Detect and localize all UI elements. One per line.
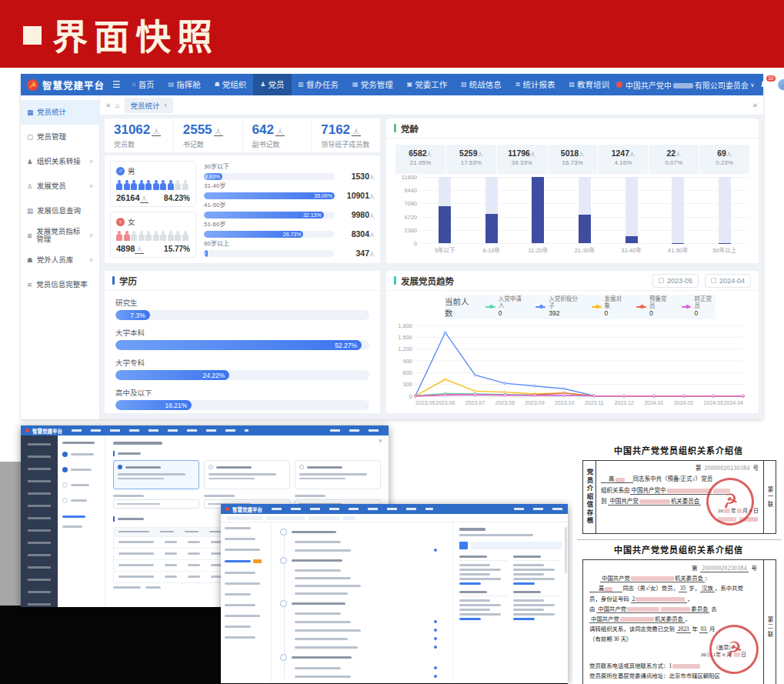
nav-item-8[interactable]: ≣统计报表 — [509, 74, 562, 95]
nav-item-2[interactable]: ☗党组织 — [208, 74, 254, 95]
education-bar-row: 大学本科52.27% — [115, 327, 369, 350]
top-navbar: ☭ 智慧党建平台 ☰ ⌂首页▤指挥舱☗党组织♟党员▥督办任务▦党务管理▣党委工作… — [21, 74, 763, 95]
person-icon — [182, 180, 188, 190]
mini-logo: 智慧党建平台 — [32, 427, 62, 435]
chevron-down-icon: ∨ — [89, 158, 93, 165]
stat-value: 2555人 — [183, 122, 233, 138]
svg-text:2023.08: 2023.08 — [495, 400, 515, 405]
party-age-percent: 17.53% — [446, 159, 496, 166]
nav-item-label: 党员 — [269, 74, 285, 95]
legend-series-value: 0 — [605, 310, 626, 318]
sidebar-item-7[interactable]: ≋党员信息完整率 — [21, 272, 99, 297]
mini-input-field — [113, 495, 199, 509]
nav-item-9[interactable]: ▨教育培训 — [562, 74, 616, 95]
person-icon — [131, 180, 137, 190]
svg-text:2023.09: 2023.09 — [525, 400, 544, 405]
legend-item: 入党申请人0 — [485, 296, 525, 317]
sidebar-item-icon: ♙ — [27, 182, 33, 190]
party-age-percent: 4.16% — [598, 159, 648, 166]
party-age-bar — [608, 177, 655, 243]
bar-fill — [719, 243, 731, 244]
party-age-card: 党龄 6582人21.95%5259人17.53%11796人39.33%501… — [386, 118, 759, 263]
mini-sidebar-item — [225, 549, 267, 551]
age-percent-label: 35.09% — [314, 193, 335, 199]
mini-step — [62, 452, 100, 457]
svg-text:2024.02: 2024.02 — [674, 400, 693, 405]
sidebar-item-1[interactable]: ▢党员管理 — [21, 125, 99, 149]
mini-scrollbar — [565, 527, 567, 573]
svg-text:2023.10: 2023.10 — [555, 400, 574, 405]
education-percent-label: 52.27% — [335, 342, 362, 349]
nav-item-0[interactable]: ⌂首页 — [125, 74, 162, 95]
avatar[interactable] — [778, 79, 784, 90]
expand-icon[interactable]: » — [752, 101, 757, 109]
sidebar-item-6[interactable]: ☗党外人员库∨ — [21, 248, 99, 272]
collapse-icon[interactable]: « — [106, 101, 111, 109]
legend-title: 当前人数 — [445, 295, 475, 319]
mini-step — [62, 498, 100, 503]
mini-node-circle — [280, 600, 287, 607]
education-bar-chart: 研究生7.3%大学本科52.27%大学专科24.22%高中及以下16.21% — [105, 291, 380, 413]
bell-icon[interactable]: 10 — [759, 79, 770, 90]
chevron-down-icon: ∨ — [89, 183, 93, 189]
person-icon — [160, 231, 166, 241]
mini-close-icon: × — [379, 437, 382, 445]
legend-marker — [535, 306, 545, 308]
nav-item-5[interactable]: ▦党务管理 — [345, 74, 400, 95]
education-category-label: 研究生 — [115, 297, 369, 308]
party-age-count: 1247人 — [598, 148, 648, 158]
mini-right-bars — [330, 429, 384, 432]
male-count: 26164人 — [116, 193, 148, 202]
nav-item-icon: ☗ — [215, 74, 220, 95]
org-selector[interactable]: 中国共产党中有限公司委员会 — [626, 79, 749, 91]
nav-item-4[interactable]: ▥督办任务 — [292, 74, 346, 95]
nav-item-icon: ▧ — [461, 74, 467, 95]
mini-timeline-sub — [295, 637, 437, 640]
mini-radio — [299, 465, 304, 469]
education-percent-label: 16.21% — [165, 402, 192, 409]
mini-body — [221, 522, 568, 682]
page: 界面快照 ☭ 智慧党建平台 ☰ ⌂首页▤指挥舱☗党组织♟党员▥督办任务▦党务管理… — [0, 0, 784, 684]
tab-party-member-stats[interactable]: 党员统计× — [125, 98, 174, 113]
dashboard: ☭ 智慧党建平台 ☰ ⌂首页▤指挥舱☗党组织♟党员▥督办任务▦党务管理▣党委工作… — [21, 74, 763, 419]
sidebar-item-5[interactable]: ≣发展党员指标管理∨ — [21, 223, 99, 248]
age-bar-fill: 4.93% — [204, 173, 222, 180]
mini-timeline-sub — [295, 612, 437, 615]
trend-legend: 当前人数入党申请人0入党积极分子392发展对象0预备党员0转正党员0 — [445, 295, 716, 319]
nav-item-label: 党务管理 — [361, 74, 393, 95]
nav-item-icon: ♟ — [260, 74, 265, 95]
nav-item-6[interactable]: ▣党委工作 — [400, 74, 455, 95]
chevron-down-icon: ∨ — [750, 82, 755, 88]
home-icon[interactable]: ⌂ — [115, 101, 120, 109]
date-to-filter[interactable]: 2024-04 — [705, 274, 751, 288]
sidebar-item-0[interactable]: ▦党员统计 — [21, 100, 99, 125]
age-bar-fill: 26.73% — [204, 231, 303, 238]
nav-item-7[interactable]: ▧统战信息 — [454, 74, 509, 95]
stat-label: 副书记数 — [252, 139, 302, 149]
legend-series-value: 0 — [649, 310, 671, 318]
legend-series-value: 0 — [694, 310, 716, 318]
legend-series-value: 392 — [549, 310, 580, 318]
mini-status-dot — [434, 620, 437, 623]
party-age-summary-cell: 6582人21.95% — [395, 145, 446, 174]
sidebar-item-3[interactable]: ♙发展党员∨ — [21, 174, 99, 199]
date-from-filter[interactable]: 2023-05 — [652, 274, 699, 288]
education-category-label: 大学专科 — [115, 357, 369, 368]
legend-item: 转正党员0 — [682, 296, 716, 317]
sidebar: ▦党员统计▢党员管理♟组织关系转接∨♙发展党员∨▤发展信息查询≣发展党员指标管理… — [21, 95, 100, 419]
y-axis-tick: 7080 — [404, 200, 417, 207]
nav-item-1[interactable]: ▤指挥舱 — [162, 74, 208, 95]
male-icon: ♂ — [116, 167, 125, 175]
sidebar-item-4[interactable]: ▤发展信息查询 — [21, 199, 99, 223]
mini-timeline-sub — [295, 675, 437, 678]
mini-timeline-sub — [295, 620, 437, 623]
hamburger-icon[interactable]: ☰ — [112, 79, 121, 90]
age-category-label: 60岁以上 — [204, 239, 375, 247]
sidebar-item-2[interactable]: ♟组织关系转接∨ — [21, 149, 99, 174]
party-age-count: 5259人 — [446, 148, 496, 158]
sidebar-item-icon: ≋ — [27, 281, 32, 289]
mini-status-dot — [434, 549, 437, 552]
nav-item-3[interactable]: ♟党员 — [253, 74, 291, 95]
sidebar-item-icon: ▦ — [27, 108, 33, 116]
close-icon[interactable]: × — [164, 102, 168, 108]
